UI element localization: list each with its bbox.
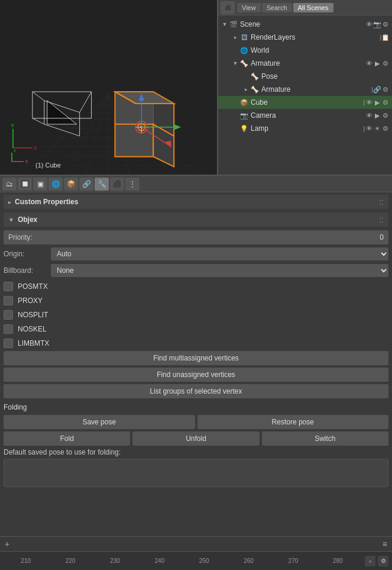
outliner-header: ⬛ View Search All Scenes [218,0,392,15]
props-icon-data[interactable]: ⬛ [110,178,124,191]
priority-value: 0 [380,233,384,241]
props-icon-more[interactable]: ⋮ [125,178,140,191]
timeline-numbers: 210 220 230 240 250 260 270 280 [4,558,360,564]
icon-armature-child: 🦴 [250,85,260,94]
origin-select[interactable]: Auto Manual [51,247,388,260]
outliner: ⬛ View Search All Scenes ▼ 🎬 Scene 👁 📷 ⚙… [218,0,392,175]
btn-find-unassigned[interactable]: Find unassigned vertices [4,368,388,382]
props-icon-scene2[interactable]: ▣ [33,178,47,191]
tab-view[interactable]: View [237,3,261,12]
billboard-row: Billboard: None Spherical Cylindrical [4,263,388,278]
expand-scene: ▼ [221,21,229,27]
tree-item-lamp[interactable]: 💡 Lamp | 👁 ☀ ⚙ [218,122,392,135]
props-icon-world[interactable]: 🌐 [48,178,63,191]
footer-plus-btn[interactable]: + [5,539,9,549]
checkbox-box-noskel[interactable] [4,324,13,334]
btn-save-pose[interactable]: Save pose [4,415,195,429]
tree-item-pose[interactable]: 🦴 Pose [218,70,392,83]
tree-item-scene[interactable]: ▼ 🎬 Scene 👁 📷 ⚙ [218,18,392,31]
svg-text:Y: Y [13,150,17,153]
folding-section: Folding Save pose Restore pose Fold Unfo… [4,403,388,487]
objex-section: ▼ Objex :: Priority: 0 Origin: Auto Manu… [4,212,388,487]
checkbox-posmtx[interactable]: POSMTX [4,280,388,293]
action-settings-scene[interactable]: ⚙ [381,21,390,28]
viewport-canvas: Y X [0,0,217,175]
checkbox-box-posmtx[interactable] [4,282,13,291]
timeline-num-270: 270 [271,558,315,564]
action-play-armature[interactable]: ▶ [373,60,381,67]
timeline-bar: 210 220 230 240 250 260 270 280 ⬦ ⚙ [0,551,392,570]
action-renderlayer-copy[interactable]: 📋 [381,34,390,41]
checkbox-box-proxy[interactable] [4,296,13,305]
props-icon-constraint[interactable]: 🔗 [79,178,93,191]
checkbox-noskel[interactable]: NOSKEL [4,323,388,336]
btn-unfold[interactable]: Unfold [132,431,259,446]
tree-item-cube[interactable]: 📦 Cube | 👁 ▶ ⚙ [218,96,392,109]
action-link-armature[interactable]: 🔗 [373,86,381,94]
svg-text:X: X [34,145,37,151]
folding-row2: Fold Unfold Switch [4,431,388,446]
checkbox-limbmtx[interactable]: LIMBMTX [4,337,388,350]
action-eye-cube[interactable]: 👁 [365,99,373,106]
action-camera-scene[interactable]: 📷 [373,21,381,28]
label-lamp: Lamp [251,124,362,133]
default-pose-input[interactable] [4,459,388,487]
btn-restore-pose[interactable]: Restore pose [197,415,389,429]
icon-world: 🌐 [239,46,249,55]
svg-text:X: X [25,159,28,165]
props-icon-folder[interactable]: 🗂 [2,178,17,191]
timeline-num-280: 280 [316,558,360,564]
billboard-select[interactable]: None Spherical Cylindrical [51,264,388,277]
objex-header[interactable]: ▼ Objex :: [4,212,388,227]
checkbox-proxy[interactable]: PROXY [4,294,388,307]
expand-armature: ▼ [231,60,239,66]
outliner-collapse-btn[interactable]: ⬛ [221,1,235,14]
action-play-cube[interactable]: ▶ [373,99,381,107]
label-world: World [251,46,390,54]
viewport[interactable]: User Persp [0,0,218,175]
action-eye-camera[interactable]: 👁 [365,112,373,119]
timeline-icon-keyframe[interactable]: ⬦ [365,556,375,566]
tree-item-armature[interactable]: ▼ 🦴 Armature 👁 ▶ ⚙ [218,57,392,70]
checkbox-nosplit[interactable]: NOSPLIT [4,308,388,321]
props-icon-object[interactable]: 📦 [64,178,78,191]
action-settings-lamp[interactable]: ⚙ [381,125,390,133]
action-eye-scene[interactable]: 👁 [365,21,373,28]
action-eye-armature[interactable]: 👁 [365,60,373,67]
origin-label: Origin: [4,250,51,258]
label-renderlayers: RenderLayers [251,33,378,41]
action-settings-cube[interactable]: ⚙ [381,99,390,107]
action-play-camera[interactable]: ▶ [373,112,381,120]
btn-list-groups[interactable]: List groups of selected vertex [4,384,388,398]
props-icon-modifier[interactable]: 🔧 [95,178,109,191]
icon-camera: 📷 [239,111,249,120]
checkbox-box-limbmtx[interactable] [4,339,13,348]
props-icon-render[interactable]: 🔲 [18,178,32,191]
action-settings-armature[interactable]: ⚙ [381,60,390,67]
action-eye-lamp[interactable]: 👁 [365,125,373,132]
timeline-num-230: 230 [93,558,137,564]
checkbox-label-limbmtx: LIMBMTX [18,339,49,347]
action-settings-armature-child[interactable]: ⚙ [381,86,390,94]
action-settings-camera[interactable]: ⚙ [381,112,390,120]
priority-field[interactable]: Priority: 0 [4,230,388,244]
tab-all-scenes[interactable]: All Scenes [293,3,333,12]
btn-find-multiassigned[interactable]: Find multiassigned vertices [4,351,388,365]
properties-header: 🗂 🔲 ▣ 🌐 📦 🔗 🔧 ⬛ ⋮ [0,176,392,192]
tab-search[interactable]: Search [262,3,292,12]
custom-properties-header[interactable]: ▸ Custom Properties :: [4,195,388,209]
tree-item-camera[interactable]: 📷 Camera 👁 ▶ ⚙ [218,109,392,122]
footer-lines-btn[interactable]: ≡ [383,539,387,549]
objex-triangle: ▼ [8,217,14,223]
checkbox-label-noskel: NOSKEL [18,325,47,333]
tree-item-renderlayers[interactable]: ▸ 🖼 RenderLayers | 📋 [218,31,392,44]
btn-fold[interactable]: Fold [4,431,130,446]
checkbox-box-nosplit[interactable] [4,310,13,320]
btn-switch[interactable]: Switch [262,431,388,446]
tree-item-armature-child[interactable]: ▸ 🦴 Armature | 🔗 ⚙ [218,83,392,96]
timeline-icon-settings[interactable]: ⚙ [378,556,388,566]
tree-item-world[interactable]: 🌐 World [218,44,392,57]
action-sun-lamp[interactable]: ☀ [373,125,381,133]
icon-cube: 📦 [239,98,249,107]
label-armature: Armature [251,59,365,67]
